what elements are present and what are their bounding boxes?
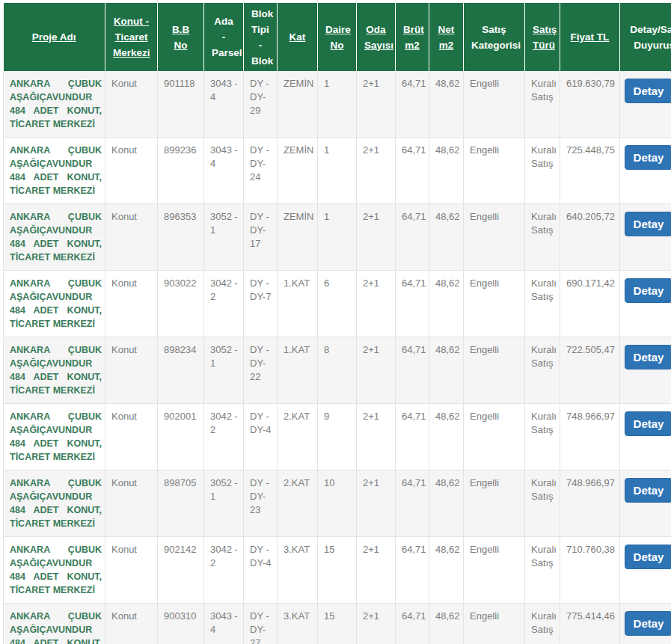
- sort-link-bb_no[interactable]: B.B No: [172, 24, 189, 51]
- column-header-daire_no[interactable]: Daire No: [318, 3, 357, 71]
- listing-row: ANKARA ÇUBUK AŞAĞIÇAVUNDUR 484 ADET KONU…: [4, 470, 671, 537]
- cell-daire_no: 10: [318, 470, 357, 537]
- cell-satis_turu: Kuralı Satış: [525, 71, 560, 138]
- detail-cell: Detay: [620, 404, 671, 470]
- detay-button[interactable]: Detay: [625, 345, 671, 369]
- header-row: Proje AdıKonut - Ticaret MerkeziB.B NoAd…: [4, 3, 671, 71]
- cell-kat: ZEMİN: [278, 138, 318, 204]
- cell-oda: 2+1: [357, 138, 396, 204]
- cell-ada_parsel: 3052 - 1: [204, 204, 244, 271]
- cell-satis_turu: Kuralı Satış: [525, 537, 560, 604]
- detay-button[interactable]: Detay: [625, 611, 671, 636]
- cell-satis_turu: Kuralı Satış: [525, 337, 560, 404]
- cell-satis_turu: Kuralı Satış: [525, 404, 560, 470]
- cell-kat: ZEMİN: [278, 71, 318, 138]
- cell-kat: 1.KAT: [278, 337, 318, 404]
- cell-bb_no: 900310: [158, 604, 204, 644]
- cell-ada_parsel: 3052 - 1: [204, 470, 244, 537]
- sort-link-daire_no[interactable]: Daire No: [325, 24, 351, 51]
- detail-cell: Detay: [620, 537, 671, 604]
- listing-row: ANKARA ÇUBUK AŞAĞIÇAVUNDUR 484 ADET KONU…: [4, 271, 671, 337]
- cell-konut_ticaret: Konut: [105, 138, 158, 204]
- detay-button[interactable]: Detay: [625, 145, 671, 170]
- cell-bb_no: 901118: [158, 71, 204, 138]
- project-name-cell: ANKARA ÇUBUK AŞAĞIÇAVUNDUR 484 ADET KONU…: [4, 204, 105, 271]
- listing-row: ANKARA ÇUBUK AŞAĞIÇAVUNDUR 484 ADET KONU…: [4, 71, 671, 138]
- cell-blok: DY - DY-29: [244, 71, 278, 138]
- cell-net: 48,62: [429, 337, 464, 404]
- column-header-ada_parsel: Ada - Parsel: [204, 3, 244, 71]
- cell-daire_no: 6: [318, 271, 357, 337]
- column-header-satis_turu[interactable]: Satış Türü: [525, 3, 560, 71]
- cell-brut: 64,71: [396, 537, 429, 604]
- cell-satis_turu: Kuralı Satış: [525, 271, 560, 337]
- cell-ada_parsel: 3043 - 4: [204, 604, 244, 644]
- cell-ada_parsel: 3042 - 2: [204, 271, 244, 337]
- cell-net: 48,62: [429, 271, 464, 337]
- cell-konut_ticaret: Konut: [105, 337, 158, 404]
- column-header-proje[interactable]: Proje Adı: [4, 3, 105, 71]
- cell-konut_ticaret: Konut: [105, 71, 158, 138]
- cell-satis_kategorisi: Engelli: [464, 204, 525, 271]
- cell-ada_parsel: 3043 - 4: [204, 138, 244, 204]
- cell-ada_parsel: 3052 - 1: [204, 337, 244, 404]
- cell-satis_turu: Kuralı Satış: [525, 204, 560, 271]
- column-header-net[interactable]: Net m2: [429, 3, 464, 71]
- cell-brut: 64,71: [396, 204, 429, 271]
- column-header-kat[interactable]: Kat: [278, 3, 318, 71]
- detay-button[interactable]: Detay: [625, 411, 671, 436]
- cell-brut: 64,71: [396, 404, 429, 470]
- listing-row: ANKARA ÇUBUK AŞAĞIÇAVUNDUR 484 ADET KONU…: [4, 537, 671, 604]
- cell-kat: 3.KAT: [278, 537, 318, 604]
- column-header-bb_no[interactable]: B.B No: [158, 3, 204, 71]
- cell-daire_no: 8: [318, 337, 357, 404]
- cell-fiyat: 748.966,97: [560, 470, 620, 537]
- cell-oda: 2+1: [357, 204, 396, 271]
- sort-link-satis_turu[interactable]: Satış Türü: [533, 24, 557, 51]
- cell-net: 48,62: [429, 138, 464, 204]
- sort-link-fiyat[interactable]: Fiyat TL: [571, 31, 610, 43]
- cell-oda: 2+1: [357, 271, 396, 337]
- cell-daire_no: 15: [318, 537, 357, 604]
- detail-cell: Detay: [620, 71, 671, 138]
- cell-fiyat: 722.505,47: [560, 337, 620, 404]
- cell-bb_no: 896353: [158, 204, 204, 271]
- column-header-brut[interactable]: Brüt m2: [396, 3, 429, 71]
- detail-cell: Detay: [620, 337, 671, 404]
- detay-button[interactable]: Detay: [625, 545, 671, 569]
- cell-oda: 2+1: [357, 604, 396, 644]
- cell-daire_no: 1: [318, 204, 357, 271]
- cell-ada_parsel: 3042 - 2: [204, 537, 244, 604]
- cell-blok: DY - DY-4: [244, 537, 278, 604]
- header-label-blok: Blok Tipi - Blok: [251, 8, 273, 67]
- cell-satis_kategorisi: Engelli: [464, 470, 525, 537]
- cell-kat: ZEMİN: [278, 204, 318, 271]
- detay-button[interactable]: Detay: [625, 478, 671, 503]
- detay-button[interactable]: Detay: [625, 79, 671, 103]
- header-label-ada_parsel: Ada - Parsel: [212, 16, 242, 58]
- cell-fiyat: 690.171,42: [560, 271, 620, 337]
- column-header-konut_ticaret[interactable]: Konut - Ticaret Merkezi: [105, 3, 158, 71]
- project-name-cell: ANKARA ÇUBUK AŞAĞIÇAVUNDUR 484 ADET KONU…: [4, 71, 105, 138]
- cell-daire_no: 1: [318, 138, 357, 204]
- sort-link-konut_ticaret[interactable]: Konut - Ticaret Merkezi: [113, 16, 150, 58]
- header-label-detay: Detay/Satış Duyurusu: [630, 24, 671, 51]
- sort-link-brut[interactable]: Brüt m2: [403, 24, 424, 51]
- sort-link-net[interactable]: Net m2: [438, 24, 455, 51]
- cell-bb_no: 898234: [158, 337, 204, 404]
- column-header-oda[interactable]: Oda Sayısı: [357, 3, 396, 71]
- cell-satis_turu: Kuralı Satış: [525, 470, 560, 537]
- column-header-fiyat[interactable]: Fiyat TL: [560, 3, 620, 71]
- sort-link-proje[interactable]: Proje Adı: [32, 31, 76, 43]
- cell-brut: 64,71: [396, 470, 429, 537]
- cell-satis_turu: Kuralı Satış: [525, 138, 560, 204]
- project-name-cell: ANKARA ÇUBUK AŞAĞIÇAVUNDUR 484 ADET KONU…: [4, 470, 105, 537]
- sort-link-kat[interactable]: Kat: [289, 31, 306, 43]
- project-name-cell: ANKARA ÇUBUK AŞAĞIÇAVUNDUR 484 ADET KONU…: [4, 138, 105, 204]
- project-name-cell: ANKARA ÇUBUK AŞAĞIÇAVUNDUR 484 ADET KONU…: [4, 404, 105, 470]
- detail-cell: Detay: [620, 138, 671, 204]
- detay-button[interactable]: Detay: [625, 278, 671, 303]
- cell-bb_no: 902142: [158, 537, 204, 604]
- detay-button[interactable]: Detay: [625, 212, 671, 236]
- sort-link-oda[interactable]: Oda Sayısı: [364, 24, 393, 51]
